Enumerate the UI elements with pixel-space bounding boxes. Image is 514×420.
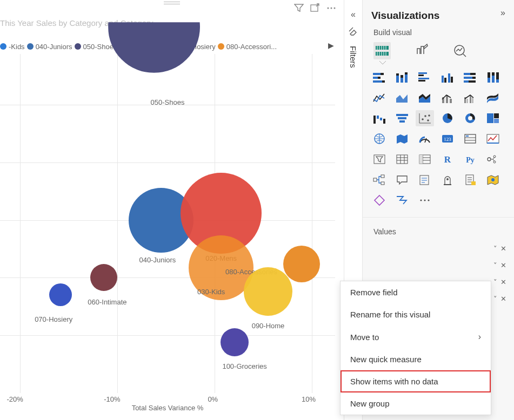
viz-ribbon[interactable] bbox=[484, 90, 502, 106]
svg-text:R: R bbox=[444, 154, 451, 165]
svg-rect-59 bbox=[383, 119, 385, 124]
svg-point-116 bbox=[424, 199, 425, 201]
svg-rect-42 bbox=[469, 80, 476, 83]
format-visual-tab[interactable] bbox=[412, 42, 430, 59]
svg-rect-4 bbox=[376, 46, 389, 50]
viz-line[interactable] bbox=[370, 90, 389, 106]
viz-r-script[interactable]: R bbox=[438, 151, 457, 167]
svg-point-114 bbox=[491, 178, 495, 181]
viz-multi-row-card[interactable] bbox=[461, 131, 479, 147]
viz-100-stacked-column[interactable] bbox=[484, 69, 502, 85]
field-well-row[interactable]: ˅✕ bbox=[363, 257, 514, 274]
eraser-icon[interactable] bbox=[349, 27, 358, 38]
viz-card[interactable]: 123 bbox=[438, 131, 457, 147]
x-tick: 10% bbox=[302, 395, 316, 403]
menu-move-to[interactable]: Move to› bbox=[341, 326, 491, 348]
viz-kpi[interactable] bbox=[484, 131, 502, 147]
remove-field-icon[interactable]: ✕ bbox=[500, 278, 506, 286]
svg-point-67 bbox=[427, 119, 429, 121]
viz-power-apps[interactable] bbox=[370, 192, 389, 208]
viz-pie[interactable] bbox=[438, 110, 457, 126]
viz-matrix[interactable] bbox=[416, 151, 434, 167]
viz-table[interactable] bbox=[393, 151, 411, 167]
chart-visual[interactable]: This Year Sales by Category and Category… bbox=[0, 0, 344, 420]
build-visual-tab[interactable] bbox=[373, 42, 391, 59]
viz-100-stacked-bar[interactable] bbox=[461, 69, 479, 85]
viz-waterfall[interactable] bbox=[370, 110, 389, 126]
svg-rect-22 bbox=[382, 80, 385, 83]
svg-rect-38 bbox=[470, 73, 476, 75]
filters-label[interactable]: Filters bbox=[349, 46, 358, 68]
svg-rect-107 bbox=[444, 184, 451, 185]
bubble-100-groceries[interactable] bbox=[221, 328, 249, 356]
viz-donut[interactable] bbox=[461, 110, 479, 126]
viz-power-automate[interactable] bbox=[393, 192, 411, 208]
svg-rect-24 bbox=[396, 73, 399, 76]
viz-treemap[interactable] bbox=[484, 110, 502, 126]
plot-area[interactable]: 050-Shoes 040-Juniors 020-Mens 030-Kids … bbox=[0, 54, 335, 393]
viz-line-clustered-column[interactable] bbox=[461, 90, 479, 106]
menu-remove-field[interactable]: Remove field bbox=[341, 281, 491, 303]
viz-smart-narrative[interactable] bbox=[416, 172, 434, 188]
chevron-down-icon[interactable]: ˅ bbox=[493, 278, 497, 286]
chevron-down-icon[interactable]: ˅ bbox=[493, 261, 497, 269]
menu-show-items-no-data[interactable]: Show items with no data bbox=[341, 370, 491, 392]
menu-rename[interactable]: Rename for this visual bbox=[341, 303, 491, 326]
values-header: Values bbox=[363, 217, 514, 240]
viz-scatter[interactable] bbox=[416, 110, 434, 126]
svg-rect-61 bbox=[398, 117, 406, 119]
remove-field-icon[interactable]: ✕ bbox=[500, 295, 506, 303]
menu-new-group[interactable]: New group bbox=[341, 392, 491, 415]
analytics-tab[interactable] bbox=[451, 42, 469, 59]
expand-icon[interactable]: » bbox=[500, 8, 505, 18]
legend-label: -Kids bbox=[9, 43, 25, 51]
svg-rect-19 bbox=[373, 77, 378, 79]
svg-rect-84 bbox=[374, 155, 385, 164]
viz-qa[interactable] bbox=[393, 172, 411, 188]
viz-slicer[interactable] bbox=[370, 151, 389, 167]
viz-map[interactable] bbox=[370, 131, 389, 147]
more-options-icon[interactable] bbox=[326, 3, 336, 13]
legend-scroll-right[interactable]: ▶ bbox=[328, 41, 334, 50]
svg-text:123: 123 bbox=[444, 137, 451, 142]
viz-filled-map[interactable] bbox=[393, 131, 411, 147]
chevron-down-icon[interactable]: ˅ bbox=[493, 245, 497, 253]
viz-get-more[interactable] bbox=[416, 192, 434, 208]
chevron-down-icon[interactable]: ˅ bbox=[493, 295, 497, 303]
remove-field-icon[interactable]: ✕ bbox=[500, 261, 506, 269]
viz-clustered-bar[interactable] bbox=[416, 69, 434, 85]
viz-stacked-column[interactable] bbox=[393, 69, 411, 85]
viz-goals[interactable] bbox=[438, 172, 457, 188]
viz-paginated-report[interactable] bbox=[461, 172, 479, 188]
svg-line-76 bbox=[425, 138, 426, 143]
viz-key-influencers[interactable] bbox=[484, 151, 502, 167]
remove-field-icon[interactable]: ✕ bbox=[500, 245, 506, 253]
bubble-070-hosiery[interactable] bbox=[49, 283, 72, 306]
menu-new-quick-measure[interactable]: New quick measure bbox=[341, 348, 491, 370]
viz-line-stacked-column[interactable] bbox=[438, 90, 457, 106]
bubble-080-accessories[interactable] bbox=[283, 246, 320, 282]
viz-funnel[interactable] bbox=[393, 110, 411, 126]
drag-handle[interactable] bbox=[164, 2, 180, 4]
viz-python[interactable]: Py bbox=[461, 151, 479, 167]
filter-icon[interactable] bbox=[294, 3, 304, 13]
viz-stacked-bar[interactable] bbox=[370, 69, 389, 85]
viz-gauge[interactable] bbox=[416, 131, 434, 147]
bubble-090-home[interactable] bbox=[244, 267, 292, 316]
svg-rect-30 bbox=[418, 74, 424, 76]
field-well-row[interactable]: ˅✕ bbox=[363, 240, 514, 257]
focus-mode-icon[interactable] bbox=[310, 3, 320, 13]
collapse-icon[interactable]: « bbox=[351, 10, 356, 19]
svg-rect-21 bbox=[373, 80, 382, 83]
svg-rect-51 bbox=[450, 99, 452, 103]
svg-rect-85 bbox=[397, 155, 408, 164]
viz-stacked-area[interactable] bbox=[416, 90, 434, 106]
viz-area[interactable] bbox=[393, 90, 411, 106]
bubble-060-intimate[interactable] bbox=[90, 264, 117, 291]
viz-clustered-column[interactable] bbox=[438, 69, 457, 85]
viz-decomposition-tree[interactable] bbox=[370, 172, 389, 188]
viz-arcgis[interactable] bbox=[484, 172, 502, 188]
pane-title: Visualizations bbox=[371, 0, 439, 26]
svg-rect-101 bbox=[381, 175, 384, 178]
bubble-label: 060-Intimate bbox=[88, 298, 126, 306]
